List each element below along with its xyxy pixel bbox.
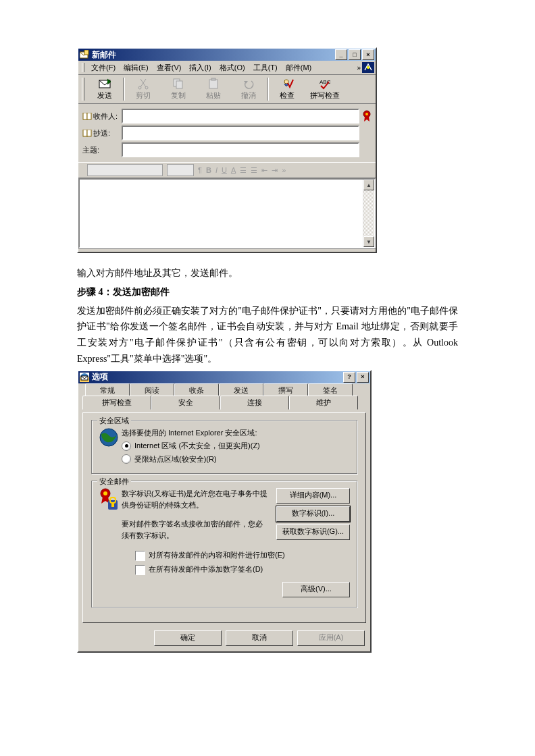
message-body[interactable]: ▲ ▼ <box>78 178 376 248</box>
cc-input[interactable] <box>122 126 359 140</box>
body-text: 发送加密邮件前必须正确安装了对方的"电子邮件保护证书"，只要请对方用他的"电子邮… <box>77 303 458 367</box>
signature-ribbon-icon <box>362 110 372 122</box>
window-title: 新邮件 <box>92 49 116 61</box>
check-button[interactable]: 检查 <box>270 76 305 102</box>
copy-button[interactable]: 复制 <box>161 76 196 102</box>
minimize-button[interactable]: _ <box>335 49 347 60</box>
tab-panel-security: 安全区域 选择要使用的 Internet Explorer 安全区域: Inte… <box>82 412 366 624</box>
titlebar[interactable]: 新邮件 _ □ × <box>78 49 376 61</box>
titlebar[interactable]: 选项 ? × <box>78 371 370 383</box>
menu-insert[interactable]: 插入(I) <box>185 62 215 74</box>
tab-spell[interactable]: 拼写检查 <box>82 396 151 410</box>
ok-button[interactable]: 确定 <box>154 630 222 646</box>
fontsize-select[interactable] <box>167 164 194 176</box>
digital-id-button[interactable]: 数字标识(I)... <box>276 506 350 522</box>
subject-label: 主题: <box>82 145 122 155</box>
zone-group: 安全区域 选择要使用的 Internet Explorer 安全区域: Inte… <box>91 420 357 475</box>
svg-rect-17 <box>83 130 87 136</box>
svg-rect-9 <box>209 80 218 88</box>
outdent-icon[interactable]: ⇤ <box>261 166 268 175</box>
bulletlist-icon[interactable]: ☰ <box>251 166 257 175</box>
step-heading: 步骤 4：发送加密邮件 <box>77 284 458 300</box>
advanced-button[interactable]: 高级(V)... <box>282 582 350 597</box>
bold-icon[interactable]: B <box>206 166 211 174</box>
body-text: 输入对方邮件地址及其它，发送邮件。 <box>77 265 458 281</box>
certificate-icon <box>99 488 122 541</box>
svg-rect-13 <box>83 113 87 119</box>
spellcheck-button[interactable]: ABC拼写检查 <box>305 76 345 102</box>
zone-prompt: 选择要使用的 Internet Explorer 安全区域: <box>122 427 350 439</box>
mail-icon <box>80 50 89 59</box>
send-button[interactable]: 发送 <box>87 76 122 102</box>
paragraph-icon[interactable]: ¶ <box>198 166 202 174</box>
cc-label[interactable]: 抄送: <box>82 128 122 138</box>
menu-overflow-icon[interactable]: » <box>357 64 361 72</box>
paste-button[interactable]: 粘贴 <box>196 76 231 102</box>
font-select[interactable] <box>87 164 163 176</box>
group-legend: 安全邮件 <box>97 477 131 487</box>
menu-message[interactable]: 邮件(M) <box>282 62 316 74</box>
svg-rect-10 <box>211 78 215 80</box>
dialog-buttons: 确定 取消 应用(A) <box>78 628 370 651</box>
menu-view[interactable]: 查看(V) <box>153 62 186 74</box>
svg-point-16 <box>365 113 368 115</box>
group-legend: 安全区域 <box>97 416 131 426</box>
italic-icon[interactable]: I <box>215 166 218 174</box>
menu-edit[interactable]: 编辑(E) <box>120 62 153 74</box>
svg-rect-8 <box>176 81 182 88</box>
undo-button[interactable]: 撤消 <box>231 76 266 102</box>
close-button[interactable]: × <box>362 49 374 60</box>
options-dialog: 选项 ? × 常规 阅读 收条 发送 撰写 签名 拼写检查 安全 连接 维护 安… <box>77 370 372 653</box>
addressbook-icon <box>82 113 92 120</box>
toolbar: 发送 剪切 复制 粘贴 撤消 检查 ABC拼写检查 <box>78 75 376 104</box>
get-digital-id-button[interactable]: 获取数字标识(G)... <box>276 524 350 540</box>
svg-rect-1 <box>84 50 88 55</box>
to-label[interactable]: 收件人: <box>82 111 122 122</box>
encrypt-checkbox[interactable]: 对所有待发邮件的内容和附件进行加密(E) <box>135 550 350 561</box>
help-button[interactable]: ? <box>343 372 355 383</box>
apply-button[interactable]: 应用(A) <box>297 630 365 646</box>
cut-button[interactable]: 剪切 <box>126 76 161 102</box>
scrollbar[interactable]: ▲ ▼ <box>363 180 374 247</box>
close-button[interactable]: × <box>357 372 369 383</box>
menu-tools[interactable]: 工具(T) <box>249 62 282 74</box>
to-input[interactable] <box>122 109 359 124</box>
numlist-icon[interactable]: ☰ <box>240 166 247 175</box>
svg-point-25 <box>103 491 107 495</box>
tab-maintenance[interactable]: 维护 <box>289 396 358 410</box>
desc-text: 要对邮件数字签名或接收加密的邮件，您必须有数字标识。 <box>122 518 270 541</box>
subject-input[interactable] <box>122 142 359 157</box>
secure-mail-group: 安全邮件 数字标识(又称证书)是允许您在电子事务中提供身份证明的特殊文档。 要对… <box>91 481 357 608</box>
scroll-up-icon[interactable]: ▲ <box>363 180 374 190</box>
grip-icon[interactable] <box>82 63 85 72</box>
desc-text: 数字标识(又称证书)是允许您在电子事务中提供身份证明的特殊文档。 <box>122 488 270 510</box>
addressbook-icon <box>82 130 92 137</box>
menu-file[interactable]: 文件(F) <box>87 62 120 74</box>
radio-internet-zone[interactable]: Internet 区域 (不太安全，但更实用)(Z) <box>122 440 350 452</box>
tabstrip: 常规 阅读 收条 发送 撰写 签名 拼写检查 安全 连接 维护 <box>78 383 370 413</box>
svg-point-6 <box>145 86 148 89</box>
svg-point-5 <box>138 86 141 89</box>
scroll-down-icon[interactable]: ▼ <box>363 236 374 247</box>
window-title: 选项 <box>92 371 108 383</box>
details-button[interactable]: 详细内容(M)... <box>276 488 350 504</box>
format-toolbar: ¶ B I U A ☰ ☰ ⇤ ⇥ » <box>78 162 376 178</box>
svg-rect-14 <box>87 113 91 119</box>
tab-connection[interactable]: 连接 <box>220 396 289 410</box>
grip-icon[interactable] <box>82 78 85 101</box>
new-mail-window: 新邮件 _ □ × 文件(F) 编辑(E) 查看(V) 插入(I) 格式(O) … <box>77 47 377 253</box>
svg-rect-18 <box>87 130 91 136</box>
underline-icon[interactable]: U <box>222 166 227 174</box>
sign-checkbox[interactable]: 在所有待发邮件中添加数字签名(D) <box>135 564 350 575</box>
maximize-button[interactable]: □ <box>349 49 361 60</box>
fontcolor-icon[interactable]: A <box>231 166 236 174</box>
svg-rect-28 <box>111 504 114 507</box>
globe-icon <box>99 427 122 467</box>
menu-format[interactable]: 格式(O) <box>215 62 249 74</box>
cancel-button[interactable]: 取消 <box>226 630 293 646</box>
overflow-icon[interactable]: » <box>282 166 286 174</box>
app-icon <box>80 373 89 382</box>
tab-security[interactable]: 安全 <box>151 396 220 410</box>
indent-icon[interactable]: ⇥ <box>272 166 278 175</box>
radio-restricted-zone[interactable]: 受限站点区域(较安全)(R) <box>122 454 350 465</box>
